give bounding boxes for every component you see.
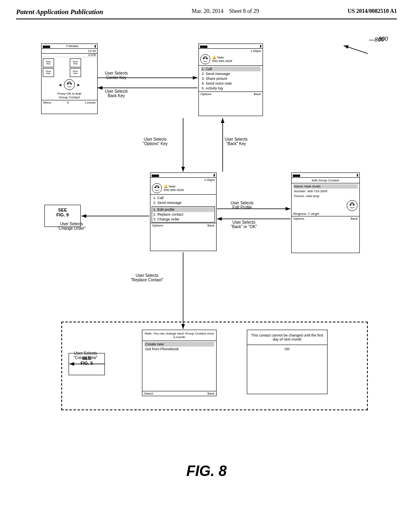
phone2-footer: Options Back	[199, 91, 263, 96]
phone4-footer-right: Back	[350, 217, 358, 220]
phone3-contact-header: 🔔 Nate 650-585-4529	[150, 182, 216, 195]
menu3-send-msg: 2. Send message	[152, 200, 214, 205]
phone2-contact-info: 🔔 Nate 650-585-4529	[212, 56, 232, 63]
phone3-status: ▅▅▅ ▮	[150, 173, 216, 178]
menu-item-activity: 5. Activity log	[201, 86, 261, 91]
label-create-new: User Selects"Create New"	[73, 351, 98, 360]
svg-point-14	[353, 204, 355, 206]
phone3-battery: ▮	[213, 173, 215, 177]
svg-point-8	[152, 183, 162, 193]
face-icon4	[346, 200, 358, 211]
phone1: ▅▅▅ T-Mobile ▮ 12:30 1/1/05 PhotoHere Ph…	[41, 44, 98, 114]
label-options-key: User Selects"Options" Key	[143, 137, 168, 146]
svg-point-7	[203, 56, 207, 58]
phone4-signal: ▅▅▅	[293, 173, 300, 177]
phone3-top-menu: 1. Call 2. Send message	[150, 195, 216, 206]
phone3-submenu-list: 1. Edit profile 2. Replace contact 3. Ch…	[152, 207, 214, 222]
phone2-contact-header: 🔔 Nate 650-585-4529	[199, 53, 263, 66]
submenu-replace-contact: 2. Replace contact	[152, 212, 214, 217]
label-center-key: User SelectsCenter Key	[105, 71, 128, 80]
nav-right: ►	[77, 83, 81, 87]
phone2-time: 1:00pm	[250, 49, 261, 53]
phone1-footer-left: Menu	[43, 101, 51, 104]
phone4-footer: Options Back	[292, 216, 359, 221]
phone2-status: ▅▅▅ ▮	[199, 44, 263, 49]
phone3: ▅▅▅ ▮ 1:00pm 🔔 Nate 650-585-4529	[150, 172, 217, 251]
fig-label: FIG. 8	[16, 463, 397, 480]
phone1-date: 1/1/05	[88, 54, 96, 56]
phone3-contact-info: 🔔 Nate 650-585-4529	[164, 185, 184, 192]
phone2-battery: ▮	[260, 44, 261, 48]
menu3-call: 1. Call	[152, 195, 214, 200]
label-replace-contact: User Selects"Replace Contact"	[131, 273, 163, 282]
header-right: US 2014/0082510 A1	[348, 8, 397, 15]
phone4-status: ▅▅▅ ▮	[292, 173, 359, 178]
photo4: PhotoHere	[70, 68, 81, 77]
svg-point-0	[64, 79, 75, 90]
phone5-note: Note: You can change each Group Contact …	[142, 330, 216, 341]
photo3: PhotoHere	[43, 68, 54, 77]
phone1-time: 12:30	[88, 49, 96, 53]
phone3-signal: ▅▅▅	[152, 173, 159, 177]
svg-point-11	[155, 185, 159, 187]
phone4-title: Edit Group Contact	[292, 178, 359, 183]
phone4-face-container	[292, 200, 359, 212]
menu-item-send-msg: 2. Send message	[201, 71, 261, 76]
phone4-number: Number: 408-733-2905	[293, 189, 358, 193]
phone2: ▅▅▅ ▮ 1:00pm 🔔 Nate 650-585-4529	[198, 44, 263, 116]
photo2: PhotoHere	[70, 58, 81, 67]
header-center: Mar. 20, 2014 Sheet 8 of 29	[192, 8, 259, 15]
label-back-key-mid: User Selects"Back" Key	[225, 137, 248, 146]
phone1-status: ▅▅▅ T-Mobile ▮	[42, 44, 97, 49]
phone5-get-phonebook: Get from Phonebook	[144, 347, 214, 351]
phone1-nav: ◄ ►	[42, 78, 97, 91]
submenu-edit-profile: 1. Edit profile	[152, 207, 214, 212]
svg-point-12	[347, 200, 357, 211]
phone5-menu: Create new Get from Phonebook	[142, 341, 216, 352]
submenu-change-order: 3. Change order	[152, 217, 214, 222]
phone3-footer-left: Options	[152, 224, 163, 227]
phone2-footer-left: Options	[200, 92, 212, 96]
phone1-footer-right: t-zones	[85, 101, 96, 104]
face-icon3	[152, 183, 162, 193]
header: Patent Application Publication Mar. 20, …	[16, 8, 397, 19]
see-fig-5-num: FIG. 5	[72, 361, 101, 366]
label-back-key-top: User SelectsBack Key	[105, 89, 128, 98]
phone1-bottom-text: Press OK to AddGroup Contact	[42, 91, 97, 100]
phone2-footer-right: Back	[254, 92, 261, 96]
menu-item-share-pic: 3. Share picture	[201, 76, 261, 81]
phone5-footer-right: Back	[207, 392, 215, 395]
phone6: This contact cannot be changed until the…	[247, 330, 327, 394]
svg-point-13	[350, 204, 351, 206]
svg-line-27	[344, 46, 368, 54]
phone4-fields: Name: Nate Smith Number: 408-733-2905 Pi…	[292, 183, 359, 200]
label-edit-profile: User SelectsEdit Profile	[231, 201, 254, 210]
svg-point-3	[67, 81, 71, 84]
svg-point-15	[350, 202, 354, 204]
phone5: Note: You can change each Group Contact …	[142, 330, 217, 396]
face-icon1	[64, 79, 75, 90]
see-fig-9-text: SEE	[48, 208, 77, 212]
phone5-create-new: Create new	[144, 342, 214, 347]
phone1-carrier: T-Mobile	[66, 44, 79, 48]
phone4-battery: ▮	[357, 173, 358, 177]
phone5-footer-left: Select	[144, 392, 153, 395]
menu-item-call: 1. Call	[201, 66, 261, 71]
label-back-ok: User Selects"Back" or "OK"	[231, 220, 257, 229]
phone1-battery: ▮	[94, 44, 96, 48]
phone4-name: Name: Nate Smith	[293, 184, 358, 189]
see-fig-9-num: FIG. 9	[48, 212, 77, 217]
phone4-footer-left: Options	[293, 217, 305, 220]
menu-item-voice-note: 4. Send voice note	[201, 81, 261, 86]
phone3-time: 1:00pm	[204, 178, 215, 182]
svg-point-4	[200, 54, 210, 64]
phone1-photos: PhotoHere PhotoHere PhotoHere PhotoHere	[42, 57, 97, 78]
diagram: 800 ▅▅▅ T-Mobile ▮ 12:30 1/1/05 PhotoHer…	[17, 31, 396, 455]
phone5-footer: Select Back	[142, 391, 216, 396]
phone4: ▅▅▅ ▮ Edit Group Contact Name: Nate Smit…	[291, 172, 360, 253]
phone2-menu: 1. Call 2. Send message 3. Share picture…	[199, 66, 263, 91]
phone4-ringtone: Ringtone: T-Jingle	[292, 212, 359, 216]
phone1-footer: Menu ⊙ t-zones	[42, 100, 97, 105]
page: Patent Application Publication Mar. 20, …	[0, 0, 413, 532]
photo1: PhotoHere	[43, 58, 54, 67]
